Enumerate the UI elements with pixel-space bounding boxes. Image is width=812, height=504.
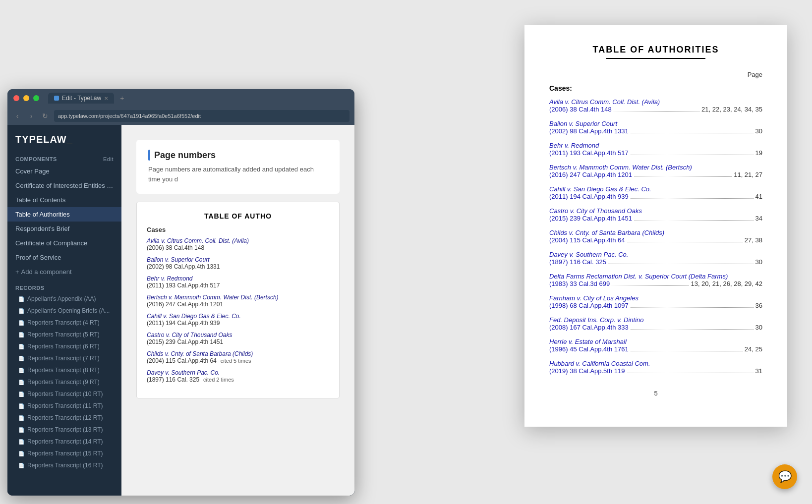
case-page-num: 30 xyxy=(755,127,762,135)
record-file-icon: 📄 xyxy=(18,368,24,373)
cited-badge: cited 2 times xyxy=(203,377,234,383)
section-title: Page numbers xyxy=(148,150,328,161)
case-cite: (2004) 115 Cal.App.4th 64 xyxy=(549,236,625,244)
case-citation: (2016) 247 Cal.App.4th 1201 xyxy=(147,301,329,308)
chat-button[interactable]: 💬 xyxy=(772,464,797,489)
case-name: Bailon v. Superior Court xyxy=(147,256,329,263)
case-line: Fed. Deposit Ins. Corp. v. Dintino xyxy=(549,316,762,324)
record-label: Reporters Transcript (15 RT) xyxy=(27,450,103,457)
case-line: Hubbard v. California Coastal Com. xyxy=(549,360,762,367)
sidebar-item-certificate-compliance[interactable]: Certificate of Compliance xyxy=(7,236,121,250)
case-line: Davey v. Southern Pac. Co. xyxy=(549,251,762,258)
record-file-icon: 📄 xyxy=(18,320,24,326)
doc-case-entry: Farnham v. City of Los Angeles (1998) 68… xyxy=(549,294,762,309)
record-item-rt10[interactable]: 📄 Reporters Transcript (10 RT) xyxy=(7,388,121,400)
case-cite-line: (2015) 239 Cal.App.4th 1451 34 xyxy=(549,215,762,222)
doc-case-entry: Herrle v. Estate of Marshall (1996) 45 C… xyxy=(549,338,762,353)
doc-cases-heading: Cases: xyxy=(549,84,762,92)
new-tab-icon[interactable]: + xyxy=(120,94,124,102)
case-cite: (2006) 38 Cal.4th 148 xyxy=(549,106,612,113)
case-citation: (2015) 239 Cal.App.4th 1451 xyxy=(147,338,329,345)
dot-leader xyxy=(631,155,754,155)
url-bar[interactable] xyxy=(54,110,349,122)
section-description: Page numbers are automatically added and… xyxy=(148,165,328,184)
sidebar-item-certificate-interested[interactable]: Certificate of Interested Entities o... xyxy=(7,178,121,193)
case-line: Farnham v. City of Los Angeles xyxy=(549,294,762,302)
components-edit-link[interactable]: Edit xyxy=(103,156,114,162)
toa-case-bailon: Bailon v. Superior Court (2002) 98 Cal.A… xyxy=(147,256,329,270)
tab-favicon xyxy=(54,96,59,101)
record-item-rt9[interactable]: 📄 Reporters Transcript (9 RT) xyxy=(7,376,121,388)
case-citation: (2006) 38 Cal.4th 148 xyxy=(147,244,329,251)
case-citation: (1897) 116 Cal. 325 xyxy=(147,376,199,383)
record-item-rt8[interactable]: 📄 Reporters Transcript (8 RT) xyxy=(7,364,121,376)
case-page-num: 19 xyxy=(755,149,762,157)
sidebar-item-add-component[interactable]: + Add a component xyxy=(7,265,121,279)
case-cite: (2011) 193 Cal.App.4th 517 xyxy=(549,149,629,157)
record-file-icon: 📄 xyxy=(18,332,24,337)
case-line: Herrle v. Estate of Marshall xyxy=(549,338,762,345)
record-file-icon: 📄 xyxy=(18,392,24,397)
case-cite-line: (2011) 194 Cal.App.4th 939 41 xyxy=(549,193,762,200)
case-page-num: 21, 22, 23, 24, 34, 35 xyxy=(701,106,762,113)
reload-button[interactable]: ↻ xyxy=(40,112,50,120)
add-component-label: Add a component xyxy=(21,268,72,276)
sidebar-item-table-of-contents[interactable]: Table of Contents xyxy=(7,193,121,207)
maximize-dot[interactable] xyxy=(33,95,39,101)
case-title: Farnham v. City of Los Angeles xyxy=(549,294,638,302)
case-page-num: 24, 25 xyxy=(745,345,762,353)
case-title: Childs v. Cnty. of Santa Barbara (Childs… xyxy=(549,229,664,236)
main-content: Page numbers Page numbers are automatica… xyxy=(121,125,354,496)
sidebar-item-respondents-brief[interactable]: Respondent's Brief xyxy=(7,222,121,236)
record-item-rt14[interactable]: 📄 Reporters Transcript (14 RT) xyxy=(7,436,121,448)
case-citation: (2011) 194 Cal.App.4th 939 xyxy=(147,320,329,327)
record-label: Reporters Transcript (6 RT) xyxy=(27,343,100,350)
tab-close-icon[interactable]: ✕ xyxy=(104,96,108,101)
case-title: Delta Farms Reclamation Dist. v. Superio… xyxy=(549,273,728,280)
doc-case-entry: Hubbard v. California Coastal Com. (2019… xyxy=(549,360,762,375)
case-name: Childs v. Cnty. of Santa Barbara (Childs… xyxy=(147,350,329,357)
case-cite: (2016) 247 Cal.App.4th 1201 xyxy=(549,171,632,178)
back-button[interactable]: ‹ xyxy=(12,112,22,120)
record-item-rt5[interactable]: 📄 Reporters Transcript (5 RT) xyxy=(7,329,121,340)
record-item-rt15[interactable]: 📄 Reporters Transcript (15 RT) xyxy=(7,448,121,459)
record-item-rt6[interactable]: 📄 Reporters Transcript (6 RT) xyxy=(7,340,121,352)
record-item-rt4[interactable]: 📄 Reporters Transcript (4 RT) xyxy=(7,317,121,329)
toa-case-avila: Avila v. Citrus Comm. Coll. Dist. (Avila… xyxy=(147,237,329,251)
case-name: Cahill v. San Diego Gas & Elec. Co. xyxy=(147,313,329,320)
record-item-rt16[interactable]: 📄 Reporters Transcript (16 RT) xyxy=(7,459,121,471)
dot-leader xyxy=(612,285,689,286)
record-item-rt11[interactable]: 📄 Reporters Transcript (11 RT) xyxy=(7,400,121,412)
record-item-rt7[interactable]: 📄 Reporters Transcript (7 RT) xyxy=(7,352,121,364)
case-name: Bertsch v. Mammoth Comm. Water Dist. (Be… xyxy=(147,294,329,301)
toa-case-behr: Behr v. Redmond (2011) 193 Cal.App.4th 5… xyxy=(147,275,329,289)
dot-leader xyxy=(614,111,699,112)
dot-leader xyxy=(634,220,754,221)
browser-titlebar: Edit - TypeLaw ✕ + xyxy=(7,89,354,107)
record-file-icon: 📄 xyxy=(18,451,24,456)
minimize-dot[interactable] xyxy=(23,95,29,101)
doc-case-entry: Bailon v. Superior Court (2002) 98 Cal.A… xyxy=(549,120,762,135)
case-title: Bailon v. Superior Court xyxy=(549,120,617,127)
sidebar-item-cover-page[interactable]: Cover Page xyxy=(7,164,121,178)
case-title: Cahill v. San Diego Gas & Elec. Co. xyxy=(549,185,651,193)
doc-title-underline xyxy=(606,58,705,59)
forward-button[interactable]: › xyxy=(26,112,36,120)
record-item-rt13[interactable]: 📄 Reporters Transcript (13 RT) xyxy=(7,424,121,436)
case-line: Castro v. City of Thousand Oaks xyxy=(549,207,762,215)
sidebar-item-table-of-authorities[interactable]: Table of Authorities xyxy=(7,207,121,222)
case-title: Davey v. Southern Pac. Co. xyxy=(549,251,628,258)
toa-case-cahill: Cahill v. San Diego Gas & Elec. Co. (201… xyxy=(147,313,329,327)
record-item-opening-briefs[interactable]: 📄 Appellant's Opening Briefs (A... xyxy=(7,305,121,317)
document-preview: TABLE OF AUTHORITIES Page Cases: Avila v… xyxy=(524,25,787,427)
record-file-icon: 📄 xyxy=(18,463,24,468)
app-content: TYPELAW_ COMPONENTS Edit Cover Page Cert… xyxy=(7,125,354,496)
app-logo: TYPELAW_ xyxy=(7,125,121,152)
dot-leader xyxy=(627,242,743,242)
browser-tab[interactable]: Edit - TypeLaw ✕ xyxy=(48,93,114,104)
record-item-rt12[interactable]: 📄 Reporters Transcript (12 RT) xyxy=(7,412,121,424)
sidebar-item-proof-of-service[interactable]: Proof of Service xyxy=(7,250,121,265)
close-dot[interactable] xyxy=(13,95,19,101)
record-item-aa[interactable]: 📄 Appellant's Appendix (AA) xyxy=(7,293,121,305)
dot-leader xyxy=(608,264,754,264)
